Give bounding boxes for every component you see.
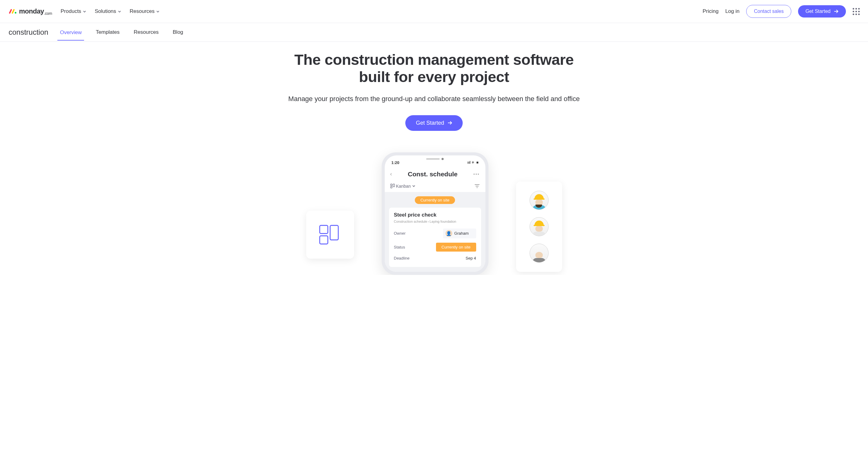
- contact-sales-button[interactable]: Contact sales: [746, 5, 791, 18]
- nav-login[interactable]: Log in: [725, 8, 739, 15]
- kanban-icon: [318, 224, 342, 245]
- view-selector[interactable]: Kanban: [390, 184, 415, 189]
- tab-overview[interactable]: Overview: [57, 24, 84, 40]
- svg-point-0: [15, 12, 16, 13]
- view-selector-bar: Kanban: [385, 182, 486, 192]
- hero-section: The construction management software bui…: [0, 42, 868, 137]
- chevron-down-icon: [118, 10, 121, 13]
- hero-get-started-button[interactable]: Get Started: [405, 115, 462, 131]
- nav-resources[interactable]: Resources: [130, 8, 159, 15]
- phone-mockup: 1:20 ııl ᯤ ■ ‹ Const. schedule ••• Kanba…: [382, 152, 489, 275]
- tab-blog[interactable]: Blog: [170, 24, 186, 41]
- get-started-button[interactable]: Get Started: [798, 5, 846, 18]
- app-title: Const. schedule: [408, 170, 458, 178]
- tab-templates[interactable]: Templates: [93, 24, 122, 41]
- kanban-icon-card: [306, 211, 354, 259]
- kanban-board: Currently on site Steel price check Cons…: [385, 192, 486, 272]
- hero-illustration: 1:20 ııl ᯤ ■ ‹ Const. schedule ••• Kanba…: [0, 152, 868, 275]
- nav-right: Pricing Log in Contact sales Get Started: [703, 5, 860, 18]
- hard-hat-icon: [534, 221, 544, 226]
- deadline-value[interactable]: Sep 4: [466, 256, 476, 260]
- worker-avatar-3: [530, 244, 549, 263]
- top-navigation: monday.com Products Solutions Resources …: [0, 0, 868, 23]
- column-status-chip: Currently on site: [415, 196, 455, 204]
- svg-rect-3: [330, 225, 338, 239]
- monday-logo[interactable]: monday.com: [8, 7, 52, 16]
- nav-left: monday.com Products Solutions Resources: [8, 7, 159, 16]
- svg-rect-6: [393, 184, 395, 187]
- chevron-down-icon: [412, 184, 415, 188]
- chevron-down-icon: [156, 10, 159, 13]
- phone-status-icons: ııl ᯤ ■: [468, 160, 478, 165]
- nav-products[interactable]: Products: [61, 8, 86, 15]
- back-icon[interactable]: ‹: [390, 171, 392, 177]
- phone-notch: [413, 155, 457, 163]
- sub-navigation: construction Overview Templates Resource…: [0, 23, 868, 42]
- worker-avatar-2: [530, 217, 549, 236]
- nav-pricing[interactable]: Pricing: [703, 8, 719, 15]
- owner-value[interactable]: 👤 Graham: [443, 229, 476, 238]
- more-icon[interactable]: •••: [473, 172, 480, 177]
- nav-solutions[interactable]: Solutions: [95, 8, 121, 15]
- logo-icon: [8, 8, 17, 15]
- filter-icon[interactable]: [474, 183, 480, 189]
- kanban-card[interactable]: Steel price check Construction schedule›…: [389, 208, 481, 267]
- svg-rect-2: [320, 236, 328, 244]
- kanban-small-icon: [390, 184, 395, 188]
- deadline-label: Deadline: [394, 256, 410, 260]
- card-owner-row: Owner 👤 Graham: [394, 226, 476, 240]
- workers-card: [516, 181, 562, 272]
- svg-rect-5: [391, 187, 392, 188]
- apps-menu-icon[interactable]: [852, 8, 860, 15]
- logo-text: monday.com: [19, 7, 52, 16]
- svg-rect-1: [320, 225, 328, 233]
- status-value[interactable]: Currently on site: [436, 243, 476, 252]
- worker-avatar-1: [530, 191, 549, 210]
- card-breadcrumb: Construction schedule›Laying foundation: [394, 220, 476, 223]
- hero-title: The construction management software bui…: [6, 51, 862, 86]
- card-status-row: Status Currently on site: [394, 240, 476, 254]
- status-label: Status: [394, 245, 405, 250]
- phone-time: 1:20: [392, 160, 400, 165]
- arrow-right-icon: [834, 9, 839, 14]
- owner-label: Owner: [394, 231, 406, 236]
- hard-hat-icon: [534, 194, 544, 200]
- owner-avatar: 👤: [445, 230, 452, 237]
- card-deadline-row: Deadline Sep 4: [394, 254, 476, 263]
- tab-resources[interactable]: Resources: [131, 24, 161, 41]
- card-title: Steel price check: [394, 212, 476, 218]
- arrow-right-icon: [447, 120, 452, 125]
- chevron-down-icon: [83, 10, 86, 13]
- sub-nav-title: construction: [8, 23, 48, 41]
- app-header: ‹ Const. schedule •••: [385, 167, 486, 182]
- svg-rect-4: [391, 184, 392, 185]
- hero-subtitle: Manage your projects from the ground-up …: [6, 95, 862, 103]
